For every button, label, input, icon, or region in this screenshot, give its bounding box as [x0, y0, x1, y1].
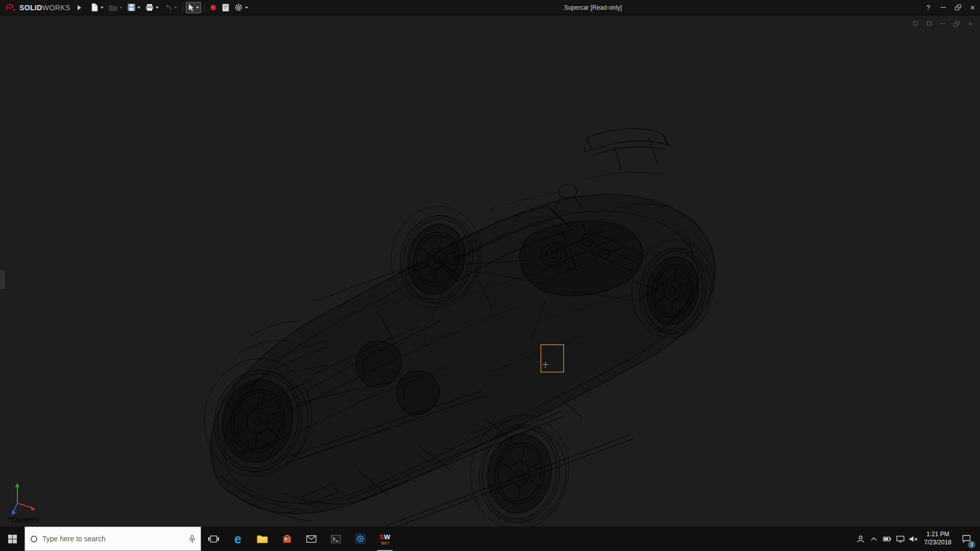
- chevron-down-icon[interactable]: [174, 7, 177, 9]
- clock-time: 1:21 PM: [924, 531, 951, 539]
- window-icon[interactable]: [925, 20, 933, 27]
- microphone-icon[interactable]: [189, 535, 195, 543]
- crosshair-cursor-icon: [543, 362, 549, 368]
- chevron-down-icon[interactable]: [101, 7, 104, 9]
- restore-button[interactable]: [950, 0, 965, 15]
- taskbar: e SW 2: [0, 527, 980, 551]
- options-gear-icon: [234, 3, 243, 12]
- chevron-down-icon[interactable]: [137, 7, 140, 9]
- people-icon: [856, 535, 865, 543]
- people-button[interactable]: [854, 527, 867, 551]
- chevron-down-icon[interactable]: [245, 7, 248, 9]
- battery-icon: [883, 537, 891, 541]
- orientation-triad: [9, 481, 42, 517]
- store-button[interactable]: [275, 527, 299, 551]
- volume-muted-icon: [909, 536, 918, 542]
- system-tray: 1:21 PM 7/23/2018 3: [854, 527, 980, 551]
- command-prompt-icon: [331, 535, 341, 543]
- graphics-viewport[interactable]: × *Dimetric: [0, 15, 980, 527]
- file-properties-icon: [222, 4, 229, 12]
- mail-icon: [306, 535, 316, 543]
- selection-rubber-band: [541, 344, 564, 372]
- undo-icon: [164, 4, 172, 11]
- doc-close-button[interactable]: ×: [967, 20, 974, 27]
- task-view-button[interactable]: [201, 527, 226, 551]
- edge-button[interactable]: e: [226, 527, 250, 551]
- file-explorer-icon: [257, 535, 268, 543]
- file-explorer-button[interactable]: [250, 527, 275, 551]
- command-prompt-button[interactable]: [324, 527, 348, 551]
- save-icon: [128, 4, 135, 11]
- window-icon[interactable]: [912, 20, 919, 27]
- menu-expand-arrow-icon[interactable]: [78, 5, 81, 10]
- new-document-button[interactable]: [89, 2, 106, 13]
- help-icon: ?: [926, 4, 930, 11]
- options-button[interactable]: [232, 2, 250, 13]
- minimize-icon: [941, 7, 946, 8]
- action-center-button[interactable]: 3: [955, 527, 977, 551]
- select-tool-button[interactable]: [186, 2, 201, 13]
- view-orientation-label: *Dimetric: [7, 515, 40, 524]
- new-document-icon: [91, 3, 99, 12]
- solidworks-2017-icon: SW 2017: [380, 533, 390, 545]
- network-icon: [896, 536, 904, 542]
- quick-access-toolbar: [88, 2, 251, 13]
- chevron-up-icon: [871, 537, 877, 541]
- print-button[interactable]: [143, 2, 161, 13]
- collapsed-panel-tab[interactable]: [0, 270, 5, 289]
- open-folder-icon: [109, 4, 117, 11]
- windows-logo-icon: [8, 535, 17, 543]
- undo-button[interactable]: [162, 3, 179, 13]
- wireframe-car-model: [0, 15, 980, 527]
- taskbar-search[interactable]: [24, 527, 201, 551]
- save-button[interactable]: [126, 2, 142, 13]
- window-title: Supercar [Read-only]: [564, 4, 622, 11]
- close-button[interactable]: ×: [965, 0, 980, 15]
- composer-button[interactable]: [348, 527, 373, 551]
- window-controls: ? ×: [921, 0, 980, 15]
- composer-icon: [355, 534, 365, 544]
- clock-date: 7/23/2018: [924, 539, 951, 547]
- taskbar-clock[interactable]: 1:21 PM 7/23/2018: [920, 531, 955, 546]
- rebuild-icon: [210, 4, 217, 11]
- volume-button[interactable]: [907, 527, 920, 551]
- restore-icon: [955, 5, 961, 10]
- store-icon: [282, 534, 292, 544]
- open-document-button[interactable]: [107, 3, 125, 13]
- print-icon: [145, 4, 154, 11]
- cortana-icon: [30, 535, 38, 543]
- network-button[interactable]: [894, 527, 907, 551]
- brand-name: SOLIDWORKS: [19, 4, 70, 12]
- close-icon: ×: [968, 20, 972, 28]
- solidworks-app-button[interactable]: SW 2017: [373, 527, 397, 551]
- search-input[interactable]: [42, 535, 184, 543]
- chevron-down-icon[interactable]: [119, 7, 122, 9]
- file-properties-button[interactable]: [220, 2, 231, 13]
- edge-icon: e: [234, 533, 241, 545]
- document-window-controls: ×: [912, 20, 974, 27]
- minimize-button[interactable]: [936, 0, 950, 15]
- doc-minimize-button[interactable]: [939, 20, 946, 27]
- start-button[interactable]: [0, 527, 24, 551]
- rebuild-button[interactable]: [208, 3, 219, 13]
- toolbar-separator: [182, 3, 183, 12]
- show-hidden-icons-button[interactable]: [867, 527, 880, 551]
- battery-button[interactable]: [880, 527, 894, 551]
- restore-icon: [953, 21, 960, 27]
- titlebar: SOLIDWORKS: [0, 0, 980, 15]
- toolbar-separator: [204, 3, 205, 12]
- select-arrow-icon: [188, 4, 194, 12]
- doc-restore-button[interactable]: [953, 20, 960, 27]
- mail-button[interactable]: [299, 527, 324, 551]
- close-icon: ×: [970, 3, 975, 12]
- help-button[interactable]: ?: [921, 0, 936, 15]
- chevron-down-icon[interactable]: [156, 7, 159, 9]
- task-view-icon: [208, 535, 219, 543]
- ds-logo-icon: [5, 3, 16, 12]
- notification-badge: 3: [968, 541, 975, 548]
- solidworks-logo: SOLIDWORKS: [0, 3, 74, 12]
- minimize-icon: [940, 23, 945, 24]
- chevron-down-icon[interactable]: [196, 7, 199, 9]
